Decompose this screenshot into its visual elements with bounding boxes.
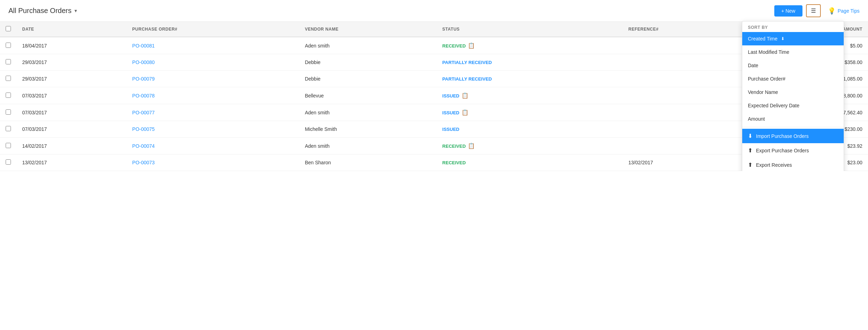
sort-last-modified-label: Last Modified Time xyxy=(748,49,789,55)
table-row: 07/03/2017 PO-00078 Bellevue ISSUED📋 $22… xyxy=(0,87,868,104)
row-checkbox-cell[interactable] xyxy=(0,37,17,54)
row-checkbox-cell[interactable] xyxy=(0,54,17,71)
row-checkbox[interactable] xyxy=(6,59,11,64)
title-dropdown-icon[interactable]: ▼ xyxy=(74,8,78,13)
po-link[interactable]: PO-00079 xyxy=(132,76,155,82)
row-date: 29/03/2017 xyxy=(17,71,126,87)
import-purchase-orders[interactable]: ⬇ Import Purchase Orders xyxy=(742,129,844,143)
row-checkbox-cell[interactable] xyxy=(0,154,17,171)
row-date: 29/03/2017 xyxy=(17,54,126,71)
row-po-number[interactable]: PO-00078 xyxy=(126,87,299,104)
page-title: All Purchase Orders xyxy=(8,7,72,15)
import-icon: ⬇ xyxy=(748,133,752,139)
row-date: 18/04/2017 xyxy=(17,37,126,54)
status-badge: RECEIVED xyxy=(442,160,466,165)
po-link[interactable]: PO-00077 xyxy=(132,110,155,115)
status-badge: ISSUED xyxy=(442,93,459,99)
table-header: DATE PURCHASE ORDER# VENDOR NAME STATUS … xyxy=(0,22,868,37)
sort-created-time[interactable]: Created Time ⬇ xyxy=(742,32,844,45)
row-status: ISSUED xyxy=(437,121,623,138)
row-checkbox[interactable] xyxy=(6,43,11,48)
row-vendor: Aden smith xyxy=(299,37,436,54)
row-vendor: Aden smith xyxy=(299,138,436,154)
copy-icon[interactable]: 📋 xyxy=(461,109,469,115)
menu-divider-1 xyxy=(742,127,844,127)
sort-expected-delivery-date[interactable]: Expected Delivery Date xyxy=(742,99,844,112)
sort-vendor-name-label: Vendor Name xyxy=(748,89,778,95)
row-checkbox[interactable] xyxy=(6,159,11,165)
po-link[interactable]: PO-00081 xyxy=(132,43,155,49)
row-checkbox-cell[interactable] xyxy=(0,104,17,121)
export-label: Export Purchase Orders xyxy=(756,148,809,153)
row-vendor: Michelle Smith xyxy=(299,121,436,138)
status-header: STATUS xyxy=(437,22,623,37)
sort-last-modified-time[interactable]: Last Modified Time xyxy=(742,45,844,59)
sort-amount-label: Amount xyxy=(748,116,765,122)
row-vendor: Aden smith xyxy=(299,104,436,121)
sort-purchase-order[interactable]: Purchase Order# xyxy=(742,72,844,85)
row-checkbox[interactable] xyxy=(6,76,11,81)
status-badge: RECEIVED xyxy=(442,43,466,49)
row-checkbox-cell[interactable] xyxy=(0,138,17,154)
row-checkbox-cell[interactable] xyxy=(0,121,17,138)
export-receives[interactable]: ⬆ Export Receives xyxy=(742,158,844,171)
new-button[interactable]: + New xyxy=(774,5,802,17)
row-po-number[interactable]: PO-00073 xyxy=(126,154,299,171)
table-row: 18/04/2017 PO-00081 Aden smith RECEIVED📋… xyxy=(0,37,868,54)
purchase-orders-table-container: DATE PURCHASE ORDER# VENDOR NAME STATUS … xyxy=(0,22,868,171)
row-status: RECEIVED📋 xyxy=(437,37,623,54)
po-link[interactable]: PO-00078 xyxy=(132,93,155,99)
row-date: 14/02/2017 xyxy=(17,138,126,154)
po-header: PURCHASE ORDER# xyxy=(126,22,299,37)
export-purchase-orders[interactable]: ⬆ Export Purchase Orders xyxy=(742,143,844,158)
menu-button[interactable]: ☰ xyxy=(806,4,821,17)
page-header: All Purchase Orders ▼ + New ☰ 💡 Page Tip… xyxy=(0,0,868,22)
header-right: + New ☰ 💡 Page Tips SORT BY Created Time… xyxy=(774,4,860,17)
header-left: All Purchase Orders ▼ xyxy=(8,7,78,15)
row-vendor: Ben Sharon xyxy=(299,154,436,171)
sort-date-label: Date xyxy=(748,63,758,68)
row-status: ISSUED📋 xyxy=(437,87,623,104)
row-po-number[interactable]: PO-00075 xyxy=(126,121,299,138)
select-all-header[interactable] xyxy=(0,22,17,37)
po-link[interactable]: PO-00074 xyxy=(132,143,155,149)
po-link[interactable]: PO-00080 xyxy=(132,59,155,65)
copy-icon[interactable]: 📋 xyxy=(468,43,475,49)
row-checkbox-cell[interactable] xyxy=(0,87,17,104)
reference-header: REFERENCE# xyxy=(623,22,750,37)
row-po-number[interactable]: PO-00077 xyxy=(126,104,299,121)
row-checkbox-cell[interactable] xyxy=(0,71,17,87)
copy-icon[interactable]: 📋 xyxy=(468,143,475,149)
sort-vendor-name[interactable]: Vendor Name xyxy=(742,85,844,99)
row-po-number[interactable]: PO-00079 xyxy=(126,71,299,87)
sort-asc-icon: ⬇ xyxy=(781,36,785,41)
row-po-number[interactable]: PO-00081 xyxy=(126,37,299,54)
import-label: Import Purchase Orders xyxy=(756,133,808,139)
row-checkbox[interactable] xyxy=(6,109,11,115)
row-date: 07/03/2017 xyxy=(17,104,126,121)
row-reference xyxy=(623,138,750,154)
select-all-checkbox[interactable] xyxy=(6,26,11,31)
copy-icon[interactable]: 📋 xyxy=(461,93,469,99)
row-vendor: Bellevue xyxy=(299,87,436,104)
sort-date[interactable]: Date xyxy=(742,59,844,72)
purchase-orders-table: DATE PURCHASE ORDER# VENDOR NAME STATUS … xyxy=(0,22,868,171)
sort-expected-delivery-date-label: Expected Delivery Date xyxy=(748,103,799,108)
row-po-number[interactable]: PO-00080 xyxy=(126,54,299,71)
status-badge: ISSUED xyxy=(442,127,459,132)
po-link[interactable]: PO-00075 xyxy=(132,126,155,132)
sort-amount[interactable]: Amount xyxy=(742,112,844,126)
po-link[interactable]: PO-00073 xyxy=(132,160,155,165)
row-po-number[interactable]: PO-00074 xyxy=(126,138,299,154)
page-tips-link[interactable]: 💡 Page Tips xyxy=(828,7,860,15)
row-checkbox[interactable] xyxy=(6,126,11,131)
status-badge: PARTIALLY RECEIVED xyxy=(442,76,492,82)
row-reference xyxy=(623,104,750,121)
sort-menu: SORT BY Created Time ⬇ Last Modified Tim… xyxy=(742,21,844,171)
table-row: 29/03/2017 PO-00079 Debbie PARTIALLY REC… xyxy=(0,71,868,87)
row-reference xyxy=(623,71,750,87)
status-badge: RECEIVED xyxy=(442,144,466,149)
row-checkbox[interactable] xyxy=(6,93,11,98)
table-row: 07/03/2017 PO-00075 Michelle Smith ISSUE… xyxy=(0,121,868,138)
row-checkbox[interactable] xyxy=(6,143,11,148)
